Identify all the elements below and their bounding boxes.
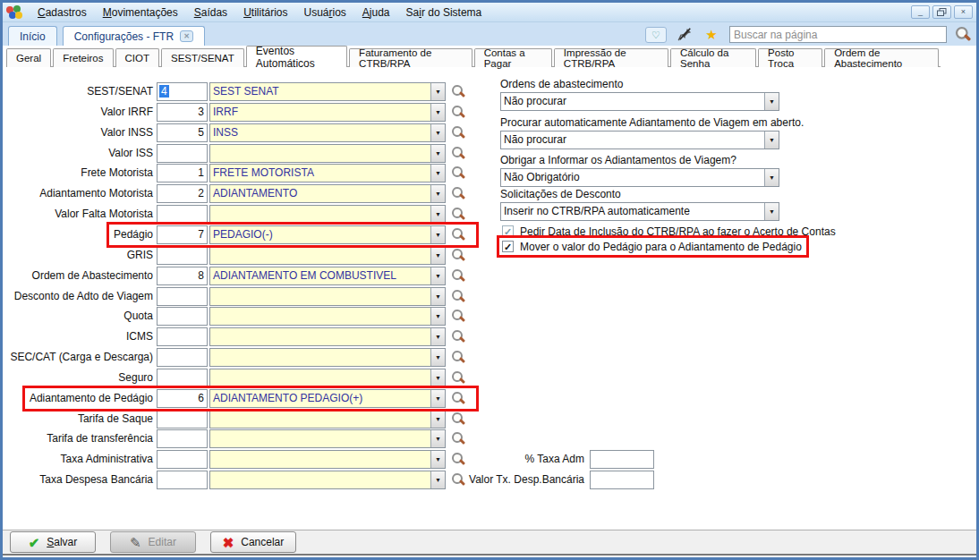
chevron-down-icon[interactable]: ▼: [430, 104, 445, 121]
pedagio-lookup-icon[interactable]: [451, 227, 466, 242]
chevron-down-icon[interactable]: ▼: [430, 165, 445, 182]
quota-code-input[interactable]: [157, 307, 208, 326]
chevron-down-icon[interactable]: ▼: [430, 145, 445, 162]
editar-button[interactable]: ✎Editar: [110, 531, 196, 553]
sec-cat-carga-e-descarga-code-input[interactable]: [157, 348, 208, 367]
tarifa-de-saque-combo[interactable]: ▼: [209, 410, 446, 428]
procurar-automaticamente-adian-combo[interactable]: Não procurar▼: [500, 131, 779, 149]
tarifa-de-saque-code-input[interactable]: [157, 410, 208, 428]
subtab-posto-troca[interactable]: Posto Troca: [758, 48, 822, 67]
checkbox[interactable]: ✓: [502, 225, 514, 237]
adiantamento-de-pedagio-combo[interactable]: ADIANTAMENTO PEDAGIO(+)▼: [209, 389, 446, 408]
valor-tx-desp-bancaria-input[interactable]: [590, 471, 654, 489]
heart-icon[interactable]: ♡: [645, 27, 667, 43]
valor-irrf-combo[interactable]: IRRF▼: [209, 103, 446, 122]
star-icon[interactable]: ★: [702, 27, 720, 43]
desconto-de-adto-de-viagem-combo[interactable]: ▼: [209, 287, 446, 306]
sest-senat-lookup-icon[interactable]: [451, 84, 466, 99]
valor-inss-code-input[interactable]: 5: [157, 123, 208, 142]
subtab-contas-a-pagar[interactable]: Contas a Pagar: [474, 48, 552, 67]
chevron-down-icon[interactable]: ▼: [430, 430, 445, 447]
frete-motorista-lookup-icon[interactable]: [451, 165, 466, 181]
chevron-down-icon[interactable]: ▼: [764, 169, 779, 186]
salvar-button[interactable]: ✔Salvar: [10, 531, 96, 553]
chevron-down-icon[interactable]: ▼: [430, 206, 445, 223]
tarifa-de-transferencia-lookup-icon[interactable]: [451, 431, 466, 446]
search-icon[interactable]: [955, 26, 973, 44]
valor-falta-motorista-lookup-icon[interactable]: [451, 207, 466, 222]
close-button[interactable]: ×: [954, 5, 973, 19]
quota-combo[interactable]: ▼: [209, 307, 446, 326]
valor-falta-motorista-combo[interactable]: ▼: [209, 205, 446, 224]
minimize-button[interactable]: _: [911, 5, 930, 19]
gris-combo[interactable]: ▼: [209, 246, 446, 265]
valor-iss-combo[interactable]: ▼: [209, 144, 446, 163]
tarifa-de-transferencia-code-input[interactable]: [157, 429, 208, 448]
tarifa-de-transferencia-combo[interactable]: ▼: [209, 429, 446, 448]
subtab-ordem-de-abastecimento[interactable]: Ordem de Abastecimento: [824, 48, 939, 67]
cancelar-button[interactable]: ✖Cancelar: [210, 531, 296, 553]
frete-motorista-combo[interactable]: FRETE MOTORISTA▼: [209, 164, 446, 182]
subtab-calculo-da-senha[interactable]: Cálculo da Senha: [670, 48, 756, 67]
adiantamento-de-pedagio-code-input[interactable]: 6: [157, 389, 208, 408]
chevron-down-icon[interactable]: ▼: [430, 308, 445, 325]
pin-disabled-icon[interactable]: [676, 27, 694, 43]
icms-code-input[interactable]: [157, 327, 208, 346]
valor-irrf-lookup-icon[interactable]: [451, 105, 466, 120]
chevron-down-icon[interactable]: ▼: [430, 288, 445, 305]
menu-item-sair-do-sistema[interactable]: Sair do Sistema: [398, 4, 490, 21]
tab-configuracoes-ftr[interactable]: Configurações - FTR✕: [63, 26, 205, 46]
ordem-de-abastecimento-lookup-icon[interactable]: [451, 268, 466, 284]
subtab-sest-senat[interactable]: SEST/SENAT: [161, 48, 244, 67]
seguro-combo[interactable]: ▼: [209, 369, 446, 387]
close-tab-icon[interactable]: ✕: [180, 30, 193, 42]
frete-motorista-code-input[interactable]: 1: [157, 164, 208, 182]
icms-combo[interactable]: ▼: [209, 327, 446, 346]
desconto-de-adto-de-viagem-lookup-icon[interactable]: [451, 289, 466, 304]
taxa-administrativa-code-input[interactable]: [157, 450, 208, 469]
tarifa-de-saque-lookup-icon[interactable]: [451, 412, 466, 427]
menu-item-utilitarios[interactable]: Utilitários: [235, 4, 295, 21]
adiantamento-motorista-combo[interactable]: ADIANTAMENTO▼: [209, 184, 446, 203]
restore-button[interactable]: [932, 5, 951, 19]
adiantamento-motorista-lookup-icon[interactable]: [451, 186, 466, 201]
valor-iss-lookup-icon[interactable]: [451, 146, 466, 161]
menu-item-saidas[interactable]: Saídas: [186, 4, 235, 21]
valor-iss-code-input[interactable]: [157, 144, 208, 163]
pedagio-code-input[interactable]: 7: [157, 225, 208, 244]
subtab-impressao-de-ctrb-rpa[interactable]: Impressão de CTRB/RPA: [554, 48, 668, 67]
sest-senat-combo[interactable]: SEST SENAT▼: [209, 82, 446, 101]
pedagio-combo[interactable]: PEDAGIO(-)▼: [209, 225, 446, 244]
desconto-de-adto-de-viagem-code-input[interactable]: [157, 287, 208, 306]
search-input[interactable]: [729, 26, 947, 43]
tab-inicio[interactable]: Início: [8, 26, 57, 46]
chevron-down-icon[interactable]: ▼: [764, 132, 779, 148]
chevron-down-icon[interactable]: ▼: [430, 411, 445, 428]
subtab-geral[interactable]: Geral: [6, 48, 51, 67]
sec-cat-carga-e-descarga-lookup-icon[interactable]: [451, 350, 466, 365]
subtab-freteiros[interactable]: Freteiros: [53, 48, 113, 67]
chevron-down-icon[interactable]: ▼: [430, 267, 445, 284]
seguro-lookup-icon[interactable]: [451, 370, 466, 386]
taxa-despesa-bancaria-combo[interactable]: ▼: [209, 471, 446, 489]
seguro-code-input[interactable]: [157, 369, 208, 387]
chevron-down-icon[interactable]: ▼: [430, 83, 445, 100]
chevron-down-icon[interactable]: ▼: [764, 93, 779, 110]
ordem-de-abastecimento-combo[interactable]: ADIANTAMENTO EM COMBUSTIVEL▼: [209, 267, 446, 285]
chevron-down-icon[interactable]: ▼: [430, 247, 445, 264]
valor-inss-lookup-icon[interactable]: [451, 125, 466, 140]
adiantamento-de-pedagio-lookup-icon[interactable]: [451, 391, 466, 406]
menu-item-cadastros[interactable]: Cadastros: [30, 4, 95, 21]
valor-irrf-code-input[interactable]: 3: [157, 103, 208, 122]
quota-lookup-icon[interactable]: [451, 309, 466, 324]
valor-inss-combo[interactable]: INSS▼: [209, 123, 446, 142]
gris-code-input[interactable]: [157, 246, 208, 265]
chevron-down-icon[interactable]: ▼: [764, 203, 779, 220]
ordens-de-abastecimento-combo[interactable]: Não procurar▼: [500, 92, 779, 111]
chevron-down-icon[interactable]: ▼: [430, 328, 445, 345]
chevron-down-icon[interactable]: ▼: [430, 349, 445, 366]
gris-lookup-icon[interactable]: [451, 248, 466, 263]
menu-item-movimentacoes[interactable]: Movimentações: [95, 4, 186, 21]
menu-item-usuarios[interactable]: Usuários: [295, 4, 353, 21]
solicitacoes-de-desconto-combo[interactable]: Inserir no CTRB/RPA automaticamente▼: [500, 202, 779, 221]
